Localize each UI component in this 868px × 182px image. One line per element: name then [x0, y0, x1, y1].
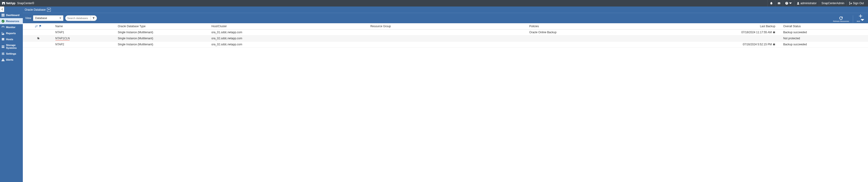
role-menu[interactable]: SnapCenterAdmin — [819, 0, 846, 6]
search-group — [65, 15, 97, 21]
sidebar-item-settings[interactable]: Settings — [0, 51, 23, 57]
plugin-dropdown-toggle[interactable] — [47, 8, 51, 12]
col-icons[interactable] — [23, 23, 54, 30]
sidebar-item-reports[interactable]: Reports — [0, 30, 23, 36]
brand-logo: NetApp SnapCenter® — [2, 2, 34, 5]
cell-host: ora_01.sddc.netapp.com — [210, 30, 368, 36]
svg-point-3 — [4, 54, 4, 55]
svg-point-2 — [3, 53, 3, 54]
row-icon-cell — [23, 41, 54, 47]
sidebar-item-resources[interactable]: Resources — [0, 18, 23, 24]
sliders-icon — [1, 52, 5, 55]
sidebar-item-label: Reports — [6, 32, 16, 35]
calendar-icon — [773, 31, 775, 33]
app-header: NetApp SnapCenter® administrator SnapCen… — [0, 0, 868, 6]
sidebar-item-monitor[interactable]: Monitor — [0, 24, 23, 30]
help-button[interactable] — [783, 0, 794, 6]
sidebar-item-dashboard[interactable]: Dashboard — [0, 12, 23, 18]
refresh-icon — [839, 16, 843, 20]
sidebar: Dashboard Resources Monitor Reports Host… — [0, 6, 23, 182]
add-label: Add — [857, 18, 864, 22]
breadcrumb-plugin: Oracle Database — [25, 8, 45, 11]
bell-icon — [770, 2, 773, 5]
alert-icon — [1, 58, 5, 61]
cell-rg — [368, 41, 527, 47]
sidebar-item-label: Monitor — [6, 26, 16, 29]
calendar-icon — [773, 43, 775, 45]
cell-dbtype: Single Instance (Multitenant) — [116, 30, 210, 36]
sidebar-item-alerts[interactable]: Alerts — [0, 57, 23, 63]
header-right: administrator SnapCenterAdmin Sign Out — [767, 0, 866, 6]
cell-dbtype: Single Instance (Multitenant) — [116, 35, 210, 41]
notifications-button[interactable] — [767, 0, 775, 6]
cell-host: ora_02.sddc.netapp.com — [210, 35, 368, 41]
filter-bar: View Database Refresh Resources — [23, 13, 868, 23]
grid-icon — [1, 13, 5, 17]
messages-button[interactable] — [775, 0, 783, 6]
plus-icon — [859, 14, 862, 18]
col-name[interactable]: Name — [54, 23, 116, 30]
main-content: Oracle Database View Database — [23, 6, 868, 182]
product-name: SnapCenter® — [17, 2, 34, 5]
sidebar-item-storage[interactable]: Storage Systems — [0, 42, 23, 51]
add-button[interactable]: Add — [856, 14, 866, 23]
signout-label: Sign Out — [853, 2, 864, 5]
user-label: administrator — [801, 2, 816, 5]
gauge-icon — [1, 26, 5, 29]
funnel-icon — [92, 17, 95, 19]
col-rg[interactable]: Resource Group — [368, 23, 527, 30]
divider — [853, 15, 853, 23]
host-icon — [1, 38, 5, 41]
col-lastbackup[interactable]: Last Backup — [686, 23, 777, 30]
cell-rg — [368, 35, 527, 41]
cell-rg — [368, 30, 527, 36]
flag-icon — [39, 25, 42, 28]
cell-lastbackup: 07/18/2024 11:17:55 AM — [686, 30, 777, 36]
col-policies[interactable]: Policies — [528, 23, 686, 30]
search-input[interactable] — [65, 15, 91, 21]
chart-icon — [1, 32, 5, 35]
cell-name: NTAP1CLN — [54, 35, 116, 41]
netapp-n-icon — [2, 2, 5, 5]
cell-host: ora_02.sddc.netapp.com — [210, 41, 368, 47]
table-row[interactable]: NTAP2Single Instance (Multitenant)ora_02… — [23, 41, 868, 47]
table-row[interactable]: NTAP1Single Instance (Multitenant)ora_01… — [23, 30, 868, 36]
svg-point-1 — [3, 52, 4, 53]
view-label: View — [25, 16, 31, 20]
subheader: Oracle Database View Database — [23, 6, 868, 23]
caret-down-icon — [789, 2, 792, 5]
view-select[interactable]: Database — [33, 15, 63, 21]
signout-icon — [849, 2, 852, 5]
cell-status: Backup succeeded — [777, 41, 868, 47]
sidebar-item-hosts[interactable]: Hosts — [0, 36, 23, 42]
caret-down-icon — [59, 17, 61, 19]
user-menu[interactable]: administrator — [794, 0, 819, 6]
cell-policies: Oracle Online Backup — [528, 30, 686, 36]
storage-icon — [1, 45, 5, 48]
sidebar-item-label: Storage Systems — [6, 44, 22, 49]
sidebar-collapse-button[interactable] — [0, 6, 4, 12]
filter-button[interactable] — [91, 15, 97, 21]
row-icon-cell — [23, 30, 54, 36]
mail-icon — [778, 2, 780, 5]
refresh-label: Refresh Resources — [833, 20, 849, 22]
refresh-resources-button[interactable]: Refresh Resources — [832, 16, 850, 23]
col-host[interactable]: Host/Cluster — [210, 23, 368, 30]
check-shield-icon — [1, 20, 5, 23]
table-row[interactable]: NTAP1CLNSingle Instance (Multitenant)ora… — [23, 35, 868, 41]
help-icon — [785, 2, 788, 5]
table-header-row: Name Oracle Database Type Host/Cluster R… — [23, 23, 868, 30]
chevron-left-icon — [1, 8, 3, 10]
sidebar-item-label: Settings — [6, 52, 16, 55]
sidebar-item-label: Hosts — [6, 38, 13, 41]
breadcrumb: Oracle Database — [23, 6, 868, 13]
col-status[interactable]: Overall Status — [777, 23, 868, 30]
cell-policies — [528, 41, 686, 47]
cell-name: NTAP2 — [54, 41, 116, 47]
signout-button[interactable]: Sign Out — [846, 0, 866, 6]
role-label: SnapCenterAdmin — [822, 2, 844, 5]
clone-icon — [37, 37, 39, 39]
user-icon — [797, 2, 800, 5]
col-dbtype[interactable]: Oracle Database Type — [116, 23, 210, 30]
cell-lastbackup: 07/16/2024 5:52:15 PM — [686, 41, 777, 47]
